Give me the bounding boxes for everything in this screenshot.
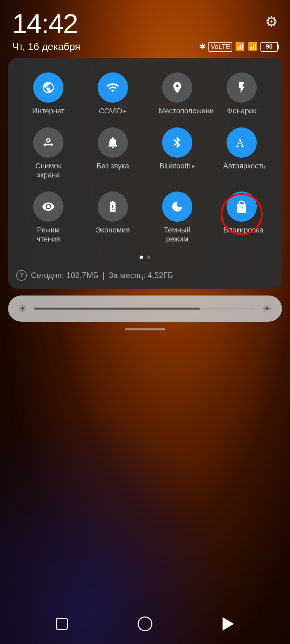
nav-recent-button[interactable] — [52, 614, 72, 634]
data-help-icon[interactable]: ? — [16, 270, 27, 281]
tile-silent[interactable]: Без звука — [81, 122, 145, 186]
quick-tiles-grid: Интернет COVID ▸ Местоположени — [16, 67, 274, 250]
tile-autobrightness[interactable]: A Автояркость — [209, 122, 274, 186]
covid-label-row: COVID ▸ — [99, 107, 127, 115]
tile-internet[interactable]: Интернет — [16, 67, 81, 122]
tile-screenshot[interactable]: Снимок экрана — [16, 122, 81, 186]
data-usage-separator: | — [102, 271, 104, 280]
svg-point-1 — [241, 207, 243, 209]
brightness-fill — [34, 308, 200, 310]
covid-arrow: ▸ — [124, 107, 127, 115]
tile-covid[interactable]: COVID ▸ — [81, 67, 145, 122]
tile-darkmode[interactable]: Темный режим — [145, 186, 209, 250]
tile-economy[interactable]: Экономия — [81, 186, 145, 250]
location-label: Местоположени — [159, 107, 196, 115]
screenshot-label: Снимок экрана — [30, 162, 67, 179]
nav-square-icon — [56, 618, 68, 630]
settings-icon[interactable]: ⚙ — [265, 13, 278, 30]
location-icon-circle — [162, 72, 192, 103]
bluetooth-status-icon: ✱ — [199, 42, 206, 51]
battery-indicator: 90 — [260, 42, 278, 52]
internet-icon-circle — [33, 72, 63, 103]
economy-label: Экономия — [96, 226, 130, 234]
dot-1 — [140, 256, 143, 259]
autobrightness-icon-circle: A — [227, 127, 257, 158]
bluetooth-icon-circle — [162, 127, 192, 158]
tile-bluetooth[interactable]: Bluetooth ▸ — [145, 122, 209, 186]
covid-icon-circle — [98, 72, 128, 103]
covid-label: COVID — [99, 107, 123, 115]
volte-icon: VoLTE — [208, 42, 232, 52]
bluetooth-arrow: ▸ — [192, 162, 195, 170]
date-display: Чт, 16 декабря — [12, 41, 80, 52]
wallpaper-overlay — [0, 322, 290, 644]
dot-2 — [147, 256, 150, 259]
tile-flashlight[interactable]: Фонарик — [209, 67, 274, 122]
battery-box: 90 — [260, 42, 278, 52]
data-usage-row: ? Сегодня: 102,7МБ | За месяц: 4,52ГБ — [16, 265, 274, 281]
status-bar: 14:42 ⚙ — [0, 0, 290, 41]
brightness-track[interactable] — [34, 308, 255, 310]
bluetooth-label-row: Bluetooth ▸ — [159, 162, 195, 170]
brightness-low-icon: ☀ — [18, 303, 27, 314]
nav-triangle-icon — [223, 617, 234, 631]
time-display: 14:42 — [12, 10, 78, 38]
nav-back-button[interactable] — [218, 614, 238, 634]
silent-icon-circle — [98, 127, 128, 158]
wifi-icon: 📶 — [248, 42, 258, 51]
autobrightness-label: Автояркость — [223, 162, 260, 170]
reading-icon-circle — [33, 192, 63, 222]
tile-lock[interactable]: Блокировка — [209, 186, 274, 250]
bluetooth-label: Bluetooth — [159, 162, 191, 170]
home-indicator-bar — [125, 328, 165, 330]
screenshot-icon-circle — [33, 127, 63, 158]
silent-label: Без звука — [96, 162, 129, 170]
status-icons: ✱ VoLTE 📶 📶 90 — [199, 42, 278, 52]
date-row: Чт, 16 декабря ✱ VoLTE 📶 📶 90 — [0, 41, 290, 52]
home-indicator — [0, 328, 290, 330]
darkmode-label: Темный режим — [159, 226, 196, 244]
data-usage-today: Сегодня: 102,7МБ — [31, 271, 98, 280]
brightness-slider-container[interactable]: ☀ ☀ — [8, 296, 282, 322]
reading-label: Режим чтения — [30, 226, 67, 244]
tile-reading[interactable]: Режим чтения — [16, 186, 81, 250]
data-usage-month: За месяц: 4,52ГБ — [108, 271, 173, 280]
lock-label: Блокировка — [223, 226, 260, 234]
economy-icon-circle — [98, 192, 128, 222]
svg-text:A: A — [236, 137, 244, 149]
quick-settings-panel: Интернет COVID ▸ Местоположени — [8, 58, 282, 289]
lock-icon-circle — [227, 192, 257, 222]
nav-bar — [0, 607, 290, 644]
signal-icon: 📶 — [235, 42, 245, 51]
nav-home-button[interactable] — [135, 614, 155, 634]
pagination-dots — [16, 256, 274, 259]
darkmode-icon-circle — [162, 192, 192, 222]
flashlight-icon-circle — [227, 72, 257, 103]
internet-label: Интернет — [32, 107, 64, 115]
flashlight-label: Фонарик — [227, 107, 256, 115]
nav-circle-icon — [138, 616, 152, 631]
tile-location[interactable]: Местоположени — [145, 67, 209, 122]
brightness-high-icon: ☀ — [262, 302, 272, 315]
